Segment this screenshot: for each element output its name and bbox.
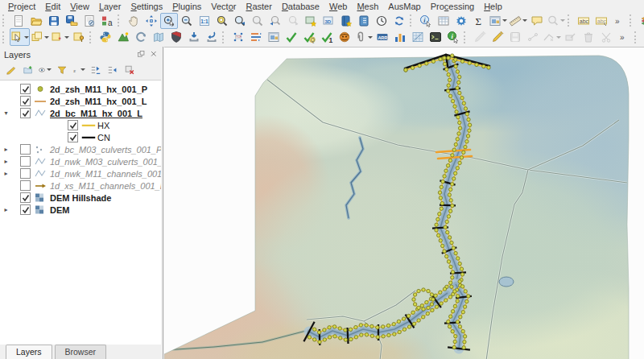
refresh-button[interactable] (390, 13, 408, 29)
processing-button[interactable] (452, 13, 470, 29)
map-view-new-button[interactable] (302, 13, 320, 29)
expr-button[interactable]: ε (72, 63, 85, 76)
menu-plugins[interactable]: Plugins (167, 1, 206, 12)
styling-button[interactable] (4, 63, 18, 76)
map-blue-button[interactable] (150, 28, 167, 46)
layer-checkbox[interactable] (20, 96, 31, 106)
zoom-selection-button[interactable] (249, 13, 266, 29)
layer-label[interactable]: 2d_bc_M11_hx_001_L (50, 109, 142, 118)
file-new-button[interactable] (10, 13, 27, 29)
zoom-full-button[interactable] (213, 13, 231, 29)
layer-label[interactable]: 2d_zsh_M11_hx_001_L (50, 97, 147, 106)
layer-row[interactable]: ▸1d_nwk_M03_culverts_001_L (0, 155, 161, 167)
label-abc-button[interactable]: abc (575, 13, 592, 29)
maptips-button[interactable] (528, 13, 546, 29)
layer-label[interactable]: CN (97, 133, 110, 142)
pan-selection-button[interactable] (142, 13, 160, 29)
quickmap-button[interactable] (114, 28, 132, 46)
temporal-button[interactable] (373, 13, 390, 29)
layers-stack-button[interactable] (637, 13, 644, 29)
layer-label[interactable]: 1d_nwk_M03_culverts_001_L (50, 157, 161, 167)
layer-checkbox[interactable] (68, 120, 78, 130)
layer-checkbox[interactable] (20, 84, 31, 94)
zoom-out-button[interactable] (178, 13, 196, 29)
paperclip-button[interactable] (353, 28, 374, 46)
dropdown-arrow-icon[interactable] (47, 68, 52, 71)
dropdown-arrow-icon[interactable] (522, 19, 527, 22)
save-button[interactable] (45, 13, 63, 29)
zoom-next-button[interactable] (284, 13, 302, 29)
layer-row[interactable]: ▾2d_bc_M11_hx_001_L (0, 107, 161, 119)
dropdown-arrow-icon[interactable] (24, 36, 29, 39)
dropdown-arrow-icon[interactable] (64, 36, 69, 39)
layer-row[interactable]: ▸2d_bc_M03_culverts_001_P (0, 143, 161, 155)
project-props-button[interactable] (80, 13, 98, 29)
dropdown-arrow-icon[interactable] (368, 36, 373, 39)
dropdown-arrow-icon[interactable] (44, 36, 49, 39)
save-as-button[interactable] (63, 13, 80, 29)
folder-open-button[interactable] (27, 13, 45, 29)
chart-button[interactable] (391, 28, 409, 46)
pencil-gray-button[interactable] (471, 28, 489, 46)
layer-checkbox[interactable] (20, 156, 31, 167)
remove-button[interactable] (122, 63, 136, 76)
filter-button[interactable] (55, 63, 68, 76)
style-manager-button[interactable]: a (98, 13, 116, 29)
menu-database[interactable]: Database (277, 1, 324, 12)
layer-label[interactable]: 1d_nwk_M11_channels_001_L (50, 169, 161, 179)
menu-processing[interactable]: Processing (426, 1, 479, 12)
menu-project[interactable]: Project (3, 1, 40, 12)
check-1-button[interactable]: 1 (318, 28, 336, 46)
dock-tab-browser[interactable]: Browser (55, 345, 107, 359)
zoom-layer-button[interactable] (231, 13, 249, 29)
select-cursor-button[interactable] (10, 28, 30, 46)
trash-gray-button[interactable] (580, 28, 597, 46)
layer-label[interactable]: 1d_xs_M11_channels_001_L (50, 181, 161, 191)
layout-window-button[interactable] (265, 28, 283, 46)
layer-checkbox[interactable] (20, 108, 31, 118)
profile-button[interactable] (247, 28, 265, 46)
add-group-button[interactable] (21, 63, 35, 76)
grid-blue-button[interactable] (409, 28, 427, 46)
layer-row[interactable]: 1d_xs_M11_channels_001_L (0, 180, 161, 192)
dropdown-arrow-icon[interactable] (80, 68, 85, 71)
dropdown-arrow-icon[interactable] (502, 19, 507, 22)
layer-row[interactable]: 2d_zsh_M11_hx_001_P (0, 83, 161, 95)
bookmark-new-button[interactable] (337, 13, 355, 29)
expand-arrow-icon[interactable]: ▸ (0, 146, 12, 153)
bookmark-show-button[interactable] (355, 13, 373, 29)
map-canvas[interactable] (164, 47, 644, 359)
select-rect-button[interactable] (30, 28, 50, 46)
layer-row[interactable]: HX (0, 119, 161, 131)
win-float-button[interactable] (136, 49, 147, 60)
layer-label[interactable]: DEM Hillshade (50, 193, 111, 203)
identify-button[interactable]: i (417, 13, 435, 29)
menu-layer[interactable]: Layer (94, 1, 126, 12)
layer-label[interactable]: DEM (50, 205, 69, 215)
expand-arrow-icon[interactable]: ▸ (0, 158, 12, 165)
menu-ausmap[interactable]: AusMap (383, 1, 425, 12)
zoom-in-button[interactable] (160, 13, 178, 29)
select-location-button[interactable] (70, 28, 88, 46)
dropdown-arrow-icon[interactable] (560, 19, 565, 22)
map-3d-button[interactable]: 3D (320, 13, 337, 29)
cut-gray-button[interactable] (597, 28, 615, 46)
layer-row[interactable]: DEM Hillshade (0, 192, 161, 204)
check-green-button[interactable] (283, 28, 300, 46)
layer-checkbox[interactable] (20, 144, 31, 155)
layer-row[interactable]: ▸DEM (0, 204, 161, 216)
tcf-button[interactable]: TCF (229, 28, 247, 46)
layer-row[interactable]: ▸1d_nwk_M11_channels_001_L (0, 167, 161, 180)
import-down2-button[interactable] (203, 28, 221, 46)
overflow-button[interactable]: » (615, 28, 633, 46)
themes-button[interactable] (38, 63, 52, 76)
menu-edit[interactable]: Edit (40, 1, 65, 12)
vertex-gray-button[interactable] (542, 28, 562, 46)
menu-view[interactable]: View (65, 1, 94, 12)
expand-button[interactable] (89, 63, 102, 76)
layer-label[interactable]: 2d_bc_M03_culverts_001_P (50, 145, 161, 155)
save-edits-gray-button[interactable] (506, 28, 524, 46)
layer-label[interactable]: 2d_zsh_M11_hx_001_P (50, 85, 147, 94)
expand-arrow-icon[interactable]: ▸ (0, 206, 12, 213)
swirl-button[interactable] (132, 28, 150, 46)
